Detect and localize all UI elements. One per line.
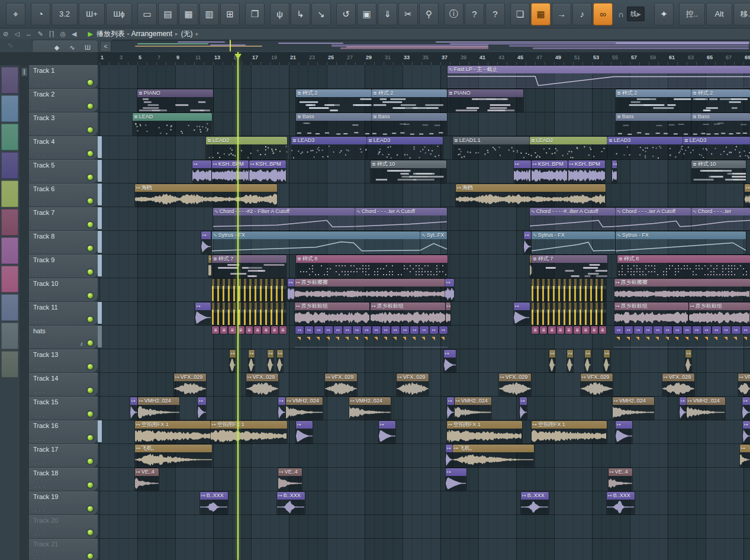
audio-clip[interactable]: ↦ <box>195 302 211 325</box>
audio-clip[interactable]: ↦ <box>446 302 450 325</box>
pattern-clip[interactable]: ≣样式 8 <box>617 255 750 278</box>
hat-audio-cell[interactable]: ↦ <box>683 326 692 334</box>
audio-clip[interactable]: ↦ <box>249 350 255 372</box>
mixer-icon[interactable]: ▥ <box>199 3 219 25</box>
hat-pattern-cell[interactable]: ≣ <box>599 326 606 334</box>
pattern-thumbnail[interactable] <box>1 152 18 179</box>
pattern-clip[interactable]: ≣样式 8 <box>296 255 448 278</box>
track-header[interactable]: Track 7. . . <box>29 207 98 230</box>
collapse-picker-button[interactable]: < <box>100 41 111 52</box>
hat-audio-cell[interactable]: ↦ <box>305 326 313 334</box>
automation-clip[interactable]: ∿Sytrus - FX <box>616 231 746 254</box>
audio-clip[interactable]: ↦ <box>278 397 285 420</box>
track-enable-led[interactable] <box>88 222 93 227</box>
audio-clip[interactable]: ↦ <box>514 302 530 325</box>
track-enable-led[interactable] <box>88 151 93 156</box>
hat-audio-cell[interactable]: ↦ <box>625 326 633 334</box>
hat-pattern-cell[interactable]: ≣ <box>591 326 598 334</box>
track-lane[interactable] <box>98 349 750 373</box>
audio-clip[interactable]: ↦ <box>447 397 454 420</box>
hat-audio-cell[interactable]: ↦ <box>654 326 662 334</box>
playlist-grid[interactable]: ∿Fast LP - 主 - 截止≣PIANO≣样式 2≣样式 2≣PIANO≣… <box>98 65 750 560</box>
audio-clip[interactable]: ↦VE..4 <box>135 468 159 491</box>
pattern-thumbnail[interactable] <box>1 95 18 122</box>
hat-pattern-cell[interactable]: ≣ <box>557 326 564 334</box>
pattern-thumbnail[interactable] <box>1 237 18 264</box>
pattern-clip[interactable]: ≣LEAD1.1 <box>453 137 530 159</box>
overdub-icon[interactable]: Ш+ <box>79 3 105 25</box>
audio-clip[interactable]: ↦B..XXX <box>200 492 228 514</box>
audio-clip[interactable]: ↦空拍用FX 1 <box>135 421 211 443</box>
audio-clip[interactable]: ↦海鸥 <box>456 184 606 207</box>
audio-clip[interactable]: ↦KSH..BPM <box>568 160 605 183</box>
audio-clip[interactable]: ↦VFX..029 <box>325 374 357 396</box>
track-options[interactable]: . . . <box>35 104 46 110</box>
audio-clip[interactable]: ↦B..XXX <box>521 492 549 514</box>
track-options[interactable]: . . . <box>35 294 46 300</box>
track-enable-led[interactable] <box>88 198 93 204</box>
picker-panel-icon[interactable]: ▦ <box>531 3 551 25</box>
snap-selector[interactable]: 线▶ <box>627 7 645 21</box>
track-enable-led[interactable] <box>88 364 93 369</box>
track-options[interactable]: . . . <box>35 175 46 181</box>
alt-button[interactable]: Alt <box>706 3 732 25</box>
track-options[interactable]: . . . <box>35 412 46 418</box>
hat-pattern-cell[interactable]: ≣ <box>279 326 287 334</box>
track-select-strip[interactable] <box>98 326 102 347</box>
track-header[interactable]: Track 9. . . <box>29 255 98 278</box>
audio-clip[interactable]: ↦ <box>192 160 211 183</box>
audio-clip[interactable]: ↦ <box>745 184 750 207</box>
automation-clip[interactable]: ∿Syt..FX <box>420 231 447 254</box>
automation-clip[interactable]: ∿Chord - - - -#2 - Filter A Cutoff <box>213 208 355 230</box>
track-options[interactable]: . . . <box>35 530 46 536</box>
hat-audio-cell[interactable]: ↦ <box>324 326 333 334</box>
hat-pattern-cell[interactable]: ≣ <box>254 326 261 334</box>
automation-clip[interactable]: ∿Chord - - -..ter A Cutoff <box>616 208 691 230</box>
help-icon[interactable]: ? <box>485 3 505 25</box>
track-options[interactable]: . . . <box>35 459 46 465</box>
audio-clip[interactable]: ↦KSH..BPM <box>532 160 568 183</box>
edison-cut-icon[interactable]: ✂ <box>398 3 418 25</box>
audio-clip[interactable]: ↦原乡鼓擦擦 <box>614 279 750 301</box>
track-enable-led[interactable] <box>88 435 93 440</box>
audio-clip[interactable]: ↦ <box>288 279 295 301</box>
pattern-clip[interactable]: ≣样式 2 <box>296 89 372 112</box>
track-options[interactable]: . . . <box>35 507 46 513</box>
track-options[interactable]: . . . <box>35 317 46 323</box>
audio-clip[interactable]: ↦ <box>445 279 454 301</box>
hat-pattern-cell[interactable]: ≣ <box>212 326 219 334</box>
countdown-icon[interactable]: 3.2 <box>51 3 78 25</box>
track-options[interactable]: . . . <box>35 128 46 134</box>
routing-icon[interactable]: ⊞ <box>220 3 240 25</box>
audio-clip[interactable]: ↦ <box>130 397 137 420</box>
pattern-thumbnail[interactable] <box>1 323 18 349</box>
hat-audio-cell[interactable]: ↦ <box>673 326 682 334</box>
step-editor-icon[interactable]: ▤ <box>158 3 178 25</box>
pattern-clip[interactable]: ≣LEAD <box>133 113 212 136</box>
pattern-thumbnail[interactable] <box>1 351 18 378</box>
track-options[interactable]: . . . <box>35 341 46 347</box>
track-options[interactable]: . . . <box>35 199 46 205</box>
playlist-window-icon[interactable]: ▦ <box>179 3 198 25</box>
pattern-clip[interactable]: ≣样式 10 <box>691 160 746 183</box>
hat-pattern-cell[interactable]: ≣ <box>582 326 589 334</box>
audio-clip[interactable]: ↦ <box>743 421 750 443</box>
audio-clip[interactable]: ↦空拍用FX 1 <box>447 421 522 443</box>
track-header[interactable]: Track 13. . . <box>29 349 98 372</box>
arrangement-selector[interactable]: (无) <box>181 29 193 39</box>
audio-clip[interactable]: ↦VFX..029 <box>397 374 429 396</box>
feedback-icon[interactable]: ? <box>465 3 484 25</box>
track-enable-led[interactable] <box>88 104 93 109</box>
track-options[interactable]: . . . <box>35 388 46 394</box>
hat-audio-cell[interactable]: ↦ <box>391 326 400 334</box>
pattern-clip[interactable]: ≣样式 2 <box>691 89 750 112</box>
record-audio-icon[interactable]: ⚲ <box>419 3 439 25</box>
hat-pattern-cell[interactable]: ≣ <box>548 326 555 334</box>
audio-clip[interactable]: ↦ <box>685 350 691 372</box>
stamp-icon[interactable]: ✦ <box>654 3 674 25</box>
audio-clip[interactable]: ↦空拍用FX 1 <box>211 421 287 443</box>
automation-filter-icon[interactable]: ∿ <box>65 42 80 53</box>
audio-clip[interactable]: ↦VMH2..024 <box>138 397 179 420</box>
audio-clip[interactable]: ↦ <box>198 397 206 420</box>
track-options[interactable]: . . . <box>35 270 46 276</box>
